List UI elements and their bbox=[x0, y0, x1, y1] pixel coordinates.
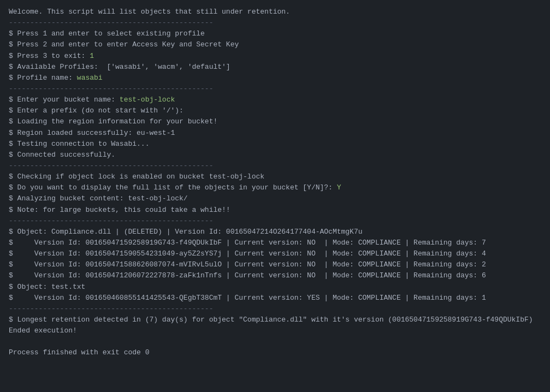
divider-2: ----------------------------------------… bbox=[9, 84, 541, 94]
line-press1: $ Press 1 and enter to select existing p… bbox=[9, 28, 541, 39]
line-bucket-name: $ Enter your bucket name: test-obj-lock bbox=[9, 94, 541, 105]
line-press3: $ Press 3 to exit: 1 bbox=[9, 51, 541, 62]
line-profiles: $ Available Profiles: ['wasabi', 'wacm',… bbox=[9, 62, 541, 73]
line-prefix: $ Enter a prefix (do not start with '/')… bbox=[9, 105, 541, 116]
line-profile-name: $ Profile name: wasabi bbox=[9, 73, 541, 84]
line-ended: Ended execution! bbox=[9, 325, 541, 336]
line-region-loaded: $ Region loaded successfully: eu-west-1 bbox=[9, 128, 541, 139]
line-press2: $ Press 2 and enter to enter Access Key … bbox=[9, 39, 541, 50]
line-loading-region: $ Loading the region information for you… bbox=[9, 116, 541, 127]
line-version-4: $ Version Id: 001650471206072227878-zaFk… bbox=[9, 270, 541, 281]
divider-4: ----------------------------------------… bbox=[9, 216, 541, 227]
line-testing-conn: $ Testing connection to Wasabi... bbox=[9, 139, 541, 150]
welcome-line: Welcome. This script will list objects t… bbox=[9, 7, 541, 17]
divider-5: ----------------------------------------… bbox=[9, 304, 541, 314]
line-note: $ Note: for large buckets, this could ta… bbox=[9, 205, 541, 216]
line-connected: $ Connected successfully. bbox=[9, 150, 541, 161]
line-analyzing: $ Analyzing bucket content: test-obj-loc… bbox=[9, 193, 541, 204]
line-version-3: $ Version Id: 001650471588626087074-mVIR… bbox=[9, 259, 541, 270]
divider-3: ----------------------------------------… bbox=[9, 161, 541, 171]
line-version-1: $ Version Id: 00165047159258919G743-f49Q… bbox=[9, 237, 541, 248]
line-version-5: $ Version Id: 001650460855141425543-QEgb… bbox=[9, 293, 541, 304]
line-object-test: $ Object: test.txt bbox=[9, 282, 541, 293]
line-longest-retention: $ Longest retention detected in (7) day(… bbox=[9, 314, 541, 325]
line-display-full: $ Do you want to display the full list o… bbox=[9, 182, 541, 193]
line-process-exit: Process finished with exit code 0 bbox=[9, 347, 541, 358]
terminal-window: Welcome. This script will list objects t… bbox=[9, 7, 541, 359]
line-checking-lock: $ Checking if object lock is enabled on … bbox=[9, 171, 541, 182]
line-blank bbox=[9, 336, 541, 347]
line-object-compliance: $ Object: Compliance.dll | (DELETED) | V… bbox=[9, 227, 541, 237]
divider-1: ----------------------------------------… bbox=[9, 17, 541, 28]
line-version-2: $ Version Id: 001650471590554231049-ay5Z… bbox=[9, 248, 541, 259]
